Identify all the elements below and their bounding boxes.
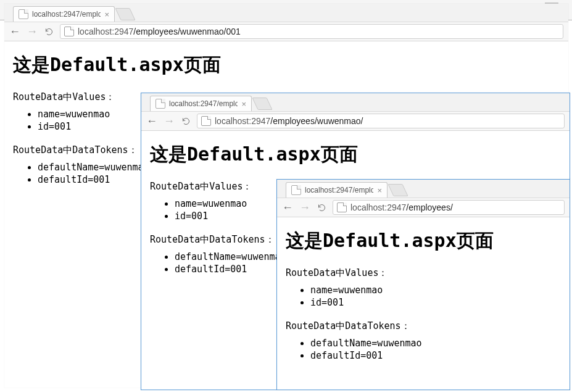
- page-icon: [201, 116, 211, 126]
- page-icon: [64, 27, 74, 36]
- new-tab-button[interactable]: [388, 184, 408, 196]
- tokens-list: defaultName=wuwenmao defaultId=001: [286, 337, 561, 362]
- tabstrip: localhost:2947/employe ×: [141, 93, 570, 112]
- url-path: /employees/wuwenmao/001: [133, 27, 241, 36]
- list-item: defaultName=wuwenmao: [310, 337, 561, 349]
- page-title: 这是Default.aspx页面: [150, 142, 561, 167]
- section-tokens-label: RouteData中DataTokens：: [286, 320, 561, 332]
- reload-icon: [44, 27, 54, 36]
- tabstrip: localhost:2947/employe ×: [4, 4, 568, 22]
- list-item: name=wuwenmao: [310, 284, 561, 296]
- reload-button[interactable]: [44, 27, 54, 36]
- browser-tab[interactable]: localhost:2947/employe ×: [150, 96, 252, 111]
- browser-window-3: localhost:2947/employe × ← → localhost:2…: [276, 179, 570, 390]
- browser-tab[interactable]: localhost:2947/employe ×: [13, 6, 115, 22]
- url-port: :2947: [249, 116, 270, 126]
- back-button[interactable]: ←: [282, 202, 293, 213]
- browser-toolbar: ← → localhost:2947/employees/wuwenmao/: [141, 112, 570, 131]
- tabstrip: localhost:2947/employe ×: [277, 180, 570, 198]
- new-tab-button[interactable]: [252, 98, 272, 110]
- close-icon[interactable]: ×: [241, 99, 246, 109]
- values-list: name=wuwenmao id=001: [286, 284, 561, 309]
- reload-icon: [317, 203, 326, 212]
- address-bar[interactable]: localhost:2947/employees/wuwenmao/001: [60, 24, 563, 39]
- reload-button[interactable]: [181, 116, 191, 126]
- page-title: 这是Default.aspx页面: [286, 228, 561, 254]
- url-path: /employees/wuwenmao/: [270, 116, 363, 126]
- url-host: localhost: [350, 202, 384, 212]
- page-icon: [337, 202, 347, 212]
- tab-title: localhost:2947/employe: [32, 10, 101, 19]
- page-icon: [19, 9, 28, 19]
- address-bar[interactable]: localhost:2947/employees/wuwenmao/: [197, 114, 565, 128]
- forward-button[interactable]: →: [27, 26, 38, 37]
- list-item: defaultId=001: [310, 349, 561, 362]
- tab-title: localhost:2947/employe: [169, 99, 238, 108]
- new-tab-button[interactable]: [115, 8, 135, 20]
- url-path: /employees/: [406, 202, 452, 212]
- reload-button[interactable]: [317, 202, 326, 212]
- browser-toolbar: ← → localhost:2947/employees/: [277, 198, 570, 217]
- reload-icon: [181, 117, 191, 126]
- tab-title: localhost:2947/employe: [305, 186, 373, 194]
- list-item: id=001: [310, 296, 561, 309]
- address-bar[interactable]: localhost:2947/employees/: [333, 200, 565, 215]
- forward-button[interactable]: →: [299, 202, 310, 213]
- page-icon: [155, 99, 165, 109]
- url-host: localhost: [78, 27, 112, 36]
- close-icon[interactable]: ×: [104, 10, 109, 19]
- page-title: 这是Default.aspx页面: [13, 52, 560, 78]
- browser-tab[interactable]: localhost:2947/employe ×: [286, 182, 388, 198]
- page-icon: [291, 185, 301, 195]
- page-content: 这是Default.aspx页面 RouteData中Values： name=…: [277, 217, 570, 390]
- close-icon[interactable]: ×: [377, 186, 382, 195]
- forward-button[interactable]: →: [164, 115, 175, 127]
- back-button[interactable]: ←: [9, 26, 20, 37]
- section-values-label: RouteData中Values：: [286, 267, 561, 279]
- desktop: localhost:2947/employe × ← → localhost:2…: [0, 0, 572, 392]
- url-host: localhost: [215, 116, 249, 126]
- url-port: :2947: [384, 202, 406, 212]
- back-button[interactable]: ←: [146, 115, 157, 127]
- browser-toolbar: ← → localhost:2947/employees/wuwenmao/00…: [4, 22, 568, 41]
- url-port: :2947: [112, 27, 133, 36]
